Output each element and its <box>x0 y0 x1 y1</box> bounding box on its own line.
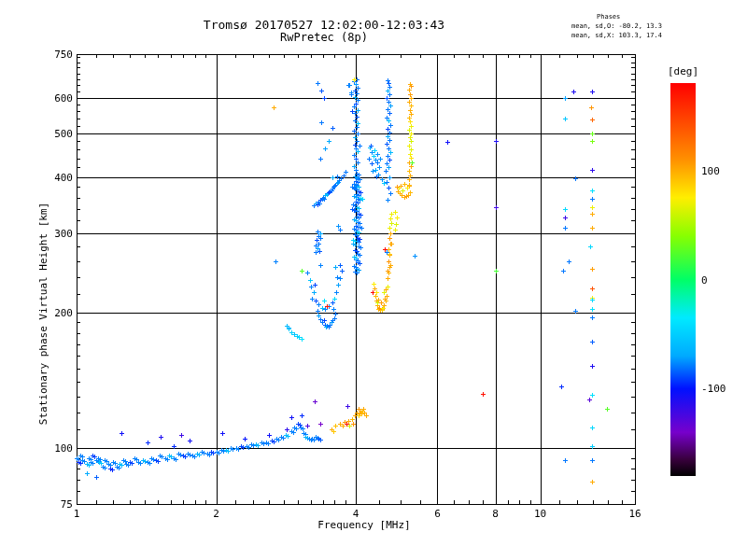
y-tick-label: 400 <box>35 172 73 184</box>
phases-summary: Phases mean, sd,O: -80.2, 13.3 mean, sd,… <box>571 12 679 40</box>
x-tick-label: 6 <box>434 508 441 520</box>
x-axis-label: Frequency [MHz] <box>280 519 448 531</box>
y-tick-label: 500 <box>35 128 73 140</box>
colorbar-tick-label: -100 <box>701 383 726 395</box>
x-tick-label: 16 <box>628 508 641 520</box>
x-tick-label: 8 <box>492 508 499 520</box>
y-tick-label: 750 <box>35 49 73 61</box>
phases-x-stats: mean, sd,X: 103.3, 17.4 <box>571 31 679 40</box>
colorbar-tick-label: 100 <box>701 165 720 177</box>
y-tick-label: 75 <box>35 498 73 511</box>
colorbar-tick-label: 0 <box>701 274 708 287</box>
x-tick-label: 2 <box>213 508 219 520</box>
phases-heading: Phases <box>571 12 679 21</box>
scatter-plot-canvas <box>0 0 747 560</box>
x-tick-label: 1 <box>74 508 80 520</box>
x-tick-label: 10 <box>534 508 546 520</box>
ionogram-page: Tromsø 20170527 12:02:00-12:03:43 RwPret… <box>0 0 747 560</box>
y-tick-label: 200 <box>35 307 73 319</box>
plot-title: Tromsø 20170527 12:02:00-12:03:43 <box>77 18 571 32</box>
phases-o-stats: mean, sd,O: -80.2, 13.3 <box>571 21 679 31</box>
plot-subtitle: RwPretec (8p) <box>77 31 571 44</box>
x-tick-label: 4 <box>353 508 359 520</box>
y-tick-label: 600 <box>35 92 73 105</box>
colorbar-unit-label: [deg] <box>668 65 698 77</box>
colorbar <box>670 83 696 476</box>
y-tick-label: 100 <box>35 442 73 455</box>
y-tick-label: 300 <box>35 228 73 240</box>
